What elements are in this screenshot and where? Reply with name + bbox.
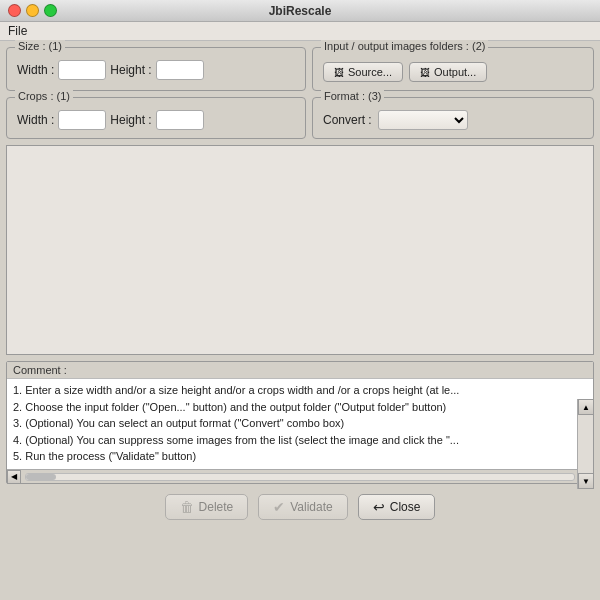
size-height-label: Height : [110,63,151,77]
main-content: Size : (1) Width : Height : Input / outp… [0,41,600,528]
size-width-input[interactable] [58,60,106,80]
maximize-button[interactable] [44,4,57,17]
convert-row: Convert : JPEG PNG GIF [323,110,583,130]
io-buttons: 🖼 Source... 🖼 Output... [323,62,583,82]
io-panel: Input / output images folders : (2) 🖼 So… [312,47,594,91]
format-panel-title: Format : (3) [321,90,384,102]
image-area [6,145,594,355]
close-label: Close [390,500,421,514]
crops-height-label: Height : [110,113,151,127]
crops-width-input[interactable] [58,110,106,130]
comment-line-4: 4. (Optional) You can suppress some imag… [13,432,573,449]
validate-label: Validate [290,500,332,514]
crops-fields: Width : Height : [17,110,295,130]
title-bar-buttons [8,4,57,17]
output-button[interactable]: 🖼 Output... [409,62,487,82]
validate-icon: ✔ [273,499,285,515]
h-scroll-track [25,473,575,481]
io-panel-title: Input / output images folders : (2) [321,40,488,52]
delete-button[interactable]: 🗑 Delete [165,494,249,520]
format-panel: Format : (3) Convert : JPEG PNG GIF [312,97,594,139]
scroll-track [578,415,593,473]
comment-line-5: 5. Run the process ("Validate" button) [13,448,573,465]
h-scroll-thumb[interactable] [26,474,56,480]
comment-scrollbar: ▲ ▼ [577,399,593,489]
close-action-button[interactable]: ↩ Close [358,494,436,520]
comment-line-2: 2. Choose the input folder ("Open..." bu… [13,399,573,416]
minimize-button[interactable] [26,4,39,17]
comment-line-3: 3. (Optional) You can select an output f… [13,415,573,432]
source-icon: 🖼 [334,67,344,78]
comment-section: Comment : 1. Enter a size width and/or a… [6,361,594,484]
delete-label: Delete [199,500,234,514]
scroll-up-button[interactable]: ▲ [578,399,594,415]
comment-text: 1. Enter a size width and/or a size heig… [7,379,593,469]
second-row: Crops : (1) Width : Height : Format : (3… [6,97,594,139]
top-row: Size : (1) Width : Height : Input / outp… [6,47,594,91]
validate-button[interactable]: ✔ Validate [258,494,347,520]
close-button[interactable] [8,4,21,17]
scroll-down-button[interactable]: ▼ [578,473,594,489]
horizontal-scrollbar: ◀ ▶ [7,469,593,483]
crops-panel-title: Crops : (1) [15,90,73,102]
title-bar: JbiRescale [0,0,600,22]
size-width-label: Width : [17,63,54,77]
delete-icon: 🗑 [180,499,194,515]
size-panel: Size : (1) Width : Height : [6,47,306,91]
output-label: Output... [434,66,476,78]
convert-label: Convert : [323,113,372,127]
menu-bar: File [0,22,600,41]
h-scroll-left-button[interactable]: ◀ [7,470,21,484]
source-label: Source... [348,66,392,78]
crops-panel: Crops : (1) Width : Height : [6,97,306,139]
crops-width-label: Width : [17,113,54,127]
comment-line-1: 1. Enter a size width and/or a size heig… [13,382,573,399]
output-icon: 🖼 [420,67,430,78]
size-fields: Width : Height : [17,60,295,80]
convert-select[interactable]: JPEG PNG GIF [378,110,468,130]
bottom-bar: 🗑 Delete ✔ Validate ↩ Close [6,490,594,522]
source-button[interactable]: 🖼 Source... [323,62,403,82]
size-panel-title: Size : (1) [15,40,65,52]
comment-title: Comment : [7,362,593,379]
close-action-icon: ↩ [373,499,385,515]
window-title: JbiRescale [269,4,332,18]
crops-height-input[interactable] [156,110,204,130]
file-menu[interactable]: File [8,24,27,38]
size-height-input[interactable] [156,60,204,80]
